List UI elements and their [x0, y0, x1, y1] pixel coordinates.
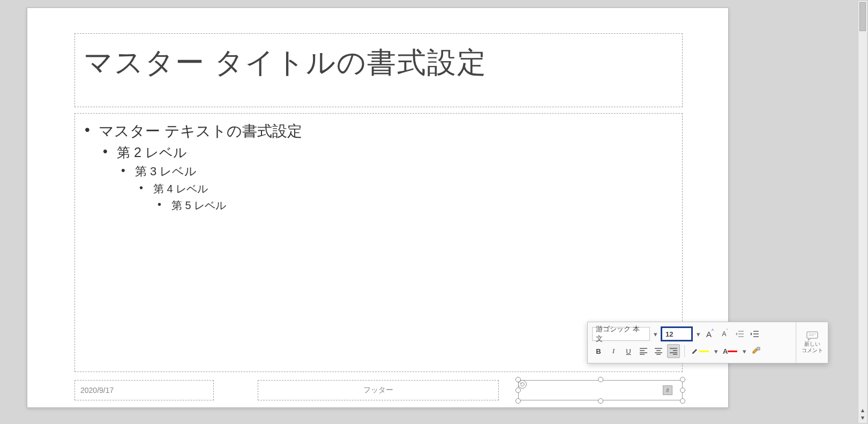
decrease-indent-icon — [735, 330, 745, 338]
font-name-combo[interactable]: 游ゴシック 本文 — [592, 327, 650, 341]
align-center-button[interactable] — [652, 344, 665, 358]
footer-placeholder[interactable]: フッター — [258, 380, 499, 400]
slide-number-placeholder-selected[interactable]: # — [518, 380, 683, 400]
slide-number-icon: # — [663, 385, 672, 395]
align-left-button[interactable] — [637, 344, 650, 358]
date-text: 2020/9/17 — [80, 386, 114, 395]
resize-handle-mid-left[interactable] — [515, 388, 521, 393]
resize-handle-bottom-left[interactable] — [515, 398, 521, 404]
resize-handle-mid-right[interactable] — [680, 388, 685, 393]
font-size-dropdown[interactable]: ▾ — [695, 330, 701, 338]
highlight-color-dropdown[interactable]: ▾ — [713, 347, 719, 355]
caret-up-icon: ^ — [712, 328, 714, 333]
font-color-dropdown[interactable]: ▾ — [741, 347, 747, 355]
scroll-prev-icon[interactable]: ▴ — [861, 407, 864, 413]
date-placeholder[interactable]: 2020/9/17 — [74, 380, 214, 400]
body-level-1: マスター テキストの書式設定 — [85, 121, 672, 142]
comment-icon — [806, 331, 818, 341]
body-level-5: 第 5 レベル — [158, 198, 672, 213]
font-size-combo[interactable]: 12 — [661, 326, 693, 341]
new-comment-button[interactable]: 新しい コメント — [796, 322, 828, 363]
font-color-button[interactable]: A — [721, 344, 739, 358]
resize-handle-bottom-mid[interactable] — [598, 398, 603, 404]
underline-button[interactable]: U — [622, 344, 635, 358]
body-level-2: 第 2 レベル — [103, 144, 672, 161]
body-level-4: 第 4 レベル — [139, 182, 672, 196]
decrease-indent-button[interactable] — [734, 327, 746, 341]
mini-toolbar: 游ゴシック 本文 ▾ 12 ▾ A^ Aˇ B I U — [587, 322, 828, 363]
grow-font-button[interactable]: A^ — [704, 327, 716, 341]
title-text: マスター タイトルの書式設定 — [84, 43, 674, 83]
font-name-dropdown[interactable]: ▾ — [652, 330, 659, 338]
mini-toolbar-row-2: B I U ▾ A ▾ — [592, 343, 791, 360]
increase-indent-icon — [750, 330, 760, 338]
bold-button[interactable]: B — [592, 344, 605, 358]
scrollbar-thumb[interactable] — [859, 2, 866, 31]
font-color-swatch — [728, 351, 737, 352]
footer-text: フッター — [363, 385, 393, 395]
resize-handle-top-right[interactable] — [680, 377, 685, 382]
highlight-color-swatch — [699, 351, 709, 352]
font-name-value: 游ゴシック 本文 — [596, 324, 646, 344]
resize-handle-bottom-right[interactable] — [680, 398, 685, 404]
svg-rect-1 — [807, 332, 818, 338]
highlighter-icon — [691, 347, 699, 355]
body-level-3: 第 3 レベル — [121, 163, 672, 180]
highlight-color-button[interactable] — [689, 344, 710, 358]
italic-button[interactable]: I — [607, 344, 620, 358]
align-right-icon — [669, 347, 678, 355]
svg-rect-0 — [757, 347, 760, 350]
title-placeholder[interactable]: マスター タイトルの書式設定 — [74, 33, 683, 107]
increase-indent-button[interactable] — [749, 327, 761, 341]
mini-toolbar-row-1: 游ゴシック 本文 ▾ 12 ▾ A^ Aˇ — [592, 325, 791, 343]
font-size-value: 12 — [665, 330, 673, 338]
new-comment-label-1: 新しい — [804, 341, 820, 347]
shrink-font-button[interactable]: Aˇ — [719, 327, 731, 341]
align-center-icon — [654, 347, 663, 355]
caret-down-icon: ˇ — [727, 328, 728, 333]
format-painter-button[interactable] — [750, 344, 762, 358]
resize-handle-top-left[interactable] — [515, 377, 521, 382]
separator — [684, 345, 685, 357]
align-right-button[interactable] — [667, 344, 680, 358]
align-left-icon — [639, 347, 648, 355]
new-comment-label-2: コメント — [802, 347, 823, 354]
resize-handle-top-mid[interactable] — [598, 377, 603, 382]
vertical-scrollbar[interactable]: ▴ ▾ — [858, 1, 867, 423]
scroll-next-icon[interactable]: ▾ — [861, 414, 864, 421]
paintbrush-icon — [751, 347, 761, 355]
